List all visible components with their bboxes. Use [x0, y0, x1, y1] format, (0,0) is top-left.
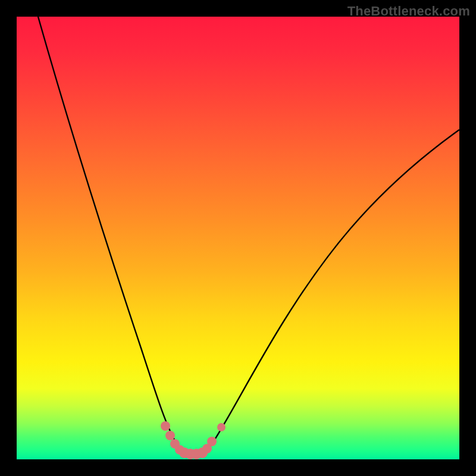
curve-minimum-marker [161, 421, 226, 459]
plot-area [17, 17, 459, 459]
bottleneck-curve-svg [17, 17, 459, 459]
watermark-text: TheBottleneck.com [347, 4, 470, 19]
svg-point-0 [161, 421, 170, 431]
bottleneck-curve-path [38, 17, 459, 454]
svg-point-1 [165, 431, 175, 440]
svg-point-9 [207, 437, 217, 446]
svg-point-10 [217, 423, 226, 431]
chart-frame: TheBottleneck.com [0, 0, 476, 476]
